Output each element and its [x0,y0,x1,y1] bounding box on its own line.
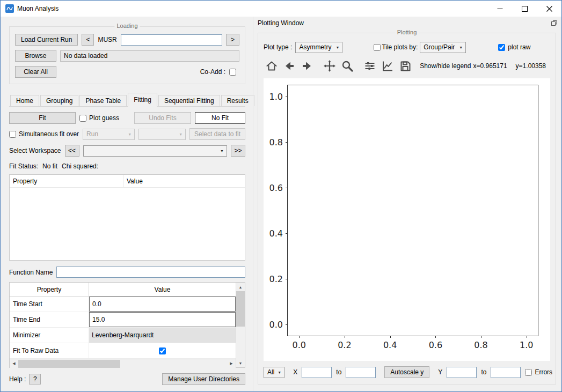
simultaneous-runs-select[interactable]: ▼ [138,129,186,140]
y-min-input[interactable] [447,367,477,378]
x-tick-label: 0.0 [292,340,305,350]
scroll-right-button[interactable]: ▶ [227,359,236,368]
tab-fitting[interactable]: Fitting [128,93,157,107]
undo-fits-button[interactable]: Undo Fits [134,112,191,124]
settings-property-header: Property [10,283,89,296]
plotting-dock: Plotting Window Plotting Plot type : Asy… [253,17,561,391]
run-number-input[interactable] [121,34,222,46]
clear-row: Clear All Co-Add : [15,66,239,78]
plotting-group-label: Plotting [395,29,419,35]
plot-raw-checkbox[interactable] [498,44,505,51]
title-bar[interactable]: Muon Analysis [1,1,561,17]
load-current-run-button[interactable]: Load Current Run [15,34,78,46]
workspace-next-button[interactable]: >> [231,145,245,157]
x-tick-label: 0.4 [383,340,397,350]
y-tick-mark [286,188,288,188]
tile-plots-checkbox[interactable] [374,44,381,51]
close-button[interactable] [537,1,561,17]
range-scope-select[interactable]: All ▼ [264,367,284,378]
edit-plot-button[interactable] [379,58,395,74]
property-cell: Fit To Raw Data [10,343,89,358]
plotting-dock-titlebar[interactable]: Plotting Window [253,17,561,28]
value-cell: Levenberg-Marquardt [89,328,236,343]
browse-button[interactable]: Browse [15,50,56,62]
x-min-input[interactable] [302,367,332,378]
plot-type-label: Plot type : [264,43,292,51]
previous-run-button[interactable]: < [82,34,94,46]
select-data-to-fit-button[interactable]: Select data to fit [189,128,245,140]
save-button[interactable] [398,58,413,74]
tab-sequential-fitting[interactable]: Sequential Fitting [158,95,220,106]
tab-grouping[interactable]: Grouping [40,95,78,106]
forward-button[interactable] [300,58,315,74]
tab-results[interactable]: Results [221,95,254,106]
workspace-select[interactable]: ▼ [83,145,228,157]
plot-figure[interactable]: 0.00.20.40.60.81.00.00.20.40.60.81.0 [264,78,550,361]
scroll-down-button[interactable]: ▼ [236,359,245,367]
zoom-button[interactable] [340,58,355,74]
minimize-button[interactable] [487,1,512,17]
configure-subplots-button[interactable] [362,58,377,74]
scroll-left-button[interactable]: ◀ [10,359,18,368]
home-button[interactable] [264,58,279,74]
value-input[interactable]: 0.0 [89,297,236,312]
no-fit-button[interactable]: No Fit [195,112,245,124]
loaded-data-field: No data loaded [60,50,239,62]
manage-user-directories-button[interactable]: Manage User Directories [162,373,245,385]
autoscale-y-button[interactable]: Autoscale y [384,366,429,378]
workspace-prev-button[interactable]: << [65,145,79,157]
x-tick-mark [435,336,436,338]
hscrollbar-thumb[interactable] [18,360,120,368]
horizontal-scrollbar[interactable]: ◀ ▶ [10,359,236,368]
plot-guess-checkbox[interactable] [79,115,86,122]
select-workspace-label: Select Workspace [9,147,61,154]
chevron-down-icon: ▼ [220,149,224,153]
tab-home[interactable]: Home [10,95,39,106]
clear-all-button[interactable]: Clear All [15,66,56,78]
plot-axes[interactable]: 0.00.20.40.60.81.00.00.20.40.60.81.0 [287,85,538,336]
vscrollbar-thumb[interactable] [236,291,245,327]
property-column-header: Property [10,175,123,187]
back-button[interactable] [281,58,297,74]
co-add-checkbox[interactable] [229,69,236,76]
x-tick-mark [527,336,527,338]
vscroll-track[interactable] [236,327,245,359]
scroll-up-button[interactable]: ▲ [236,283,245,291]
x-tick-mark [390,336,391,338]
value-select[interactable]: Levenberg-Marquardt [89,328,236,343]
home-icon [265,60,278,72]
simultaneous-scope-value: Run [86,130,125,138]
value-cell: 0.0 [89,297,236,312]
help-button[interactable]: ? [29,374,41,384]
settings-table-header: Property Value [10,283,236,297]
pan-button[interactable] [322,58,337,74]
legend-toggle-button[interactable]: Show/hide legend [420,62,471,70]
value-input[interactable]: 15.0 [89,312,236,327]
sliders-icon [363,60,376,72]
maximize-button[interactable] [512,1,537,17]
maximize-icon [522,6,528,12]
left-panel: Loading Load Current Run < MUSR > Browse… [1,17,253,391]
plot-controls-row: Plot type : Asymmetry ▼ Tile plots by: G… [264,41,550,53]
back-arrow-icon [283,60,296,72]
select-workspace-row: Select Workspace << ▼ >> [9,145,245,157]
simultaneous-fit-checkbox[interactable] [9,131,16,138]
value-cell: 15.0 [89,312,236,327]
float-dock-icon[interactable] [551,20,557,26]
fit-button[interactable]: Fit [9,112,76,124]
tile-by-select[interactable]: Group/Pair ▼ [420,42,466,53]
plotting-group: Plotting Plot type : Asymmetry ▼ Tile pl… [258,33,556,384]
next-run-button[interactable]: > [226,34,239,46]
errors-checkbox[interactable] [525,369,532,376]
y-tick-label: 0.4 [269,228,283,238]
tab-phase-table[interactable]: Phase Table [79,95,127,106]
y-max-input[interactable] [491,367,521,378]
simultaneous-scope-select[interactable]: Run ▼ [83,129,135,140]
function-name-input[interactable] [56,267,245,278]
x-tick-mark [299,336,300,338]
y-tick-mark [286,279,288,279]
value-checkbox[interactable] [159,347,166,354]
x-max-input[interactable] [346,367,376,378]
vertical-scrollbar[interactable]: ▲ ▼ [236,283,245,367]
plot-type-select[interactable]: Asymmetry ▼ [295,42,342,53]
